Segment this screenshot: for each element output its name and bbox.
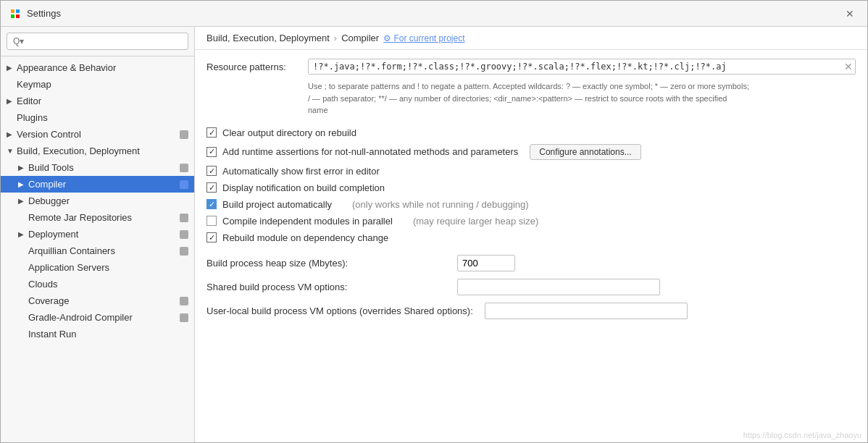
tree-arrow-vc: ▶ xyxy=(7,130,17,138)
breadcrumb-current: Compiler xyxy=(341,33,379,43)
checkbox-display-notification[interactable] xyxy=(206,182,217,193)
sidebar: ▶ Appearance & Behavior Keymap ▶ Editor … xyxy=(1,27,195,442)
breadcrumb-bar: Build, Execution, Deployment › Compiler … xyxy=(195,27,867,50)
options-section: Clear output directory on rebuild Add ru… xyxy=(206,125,856,245)
content-area: Resource patterns: ✕ Use ; to separate p… xyxy=(195,50,867,442)
svg-rect-0 xyxy=(11,9,14,13)
option-show-first-error: Automatically show first error in editor xyxy=(206,164,856,179)
sync-icon-vc xyxy=(180,130,188,139)
resource-hint-text: Use ; to separate patterns and ! to nega… xyxy=(308,80,856,117)
svg-rect-1 xyxy=(16,9,20,13)
sidebar-item-label-app-servers: Application Servers xyxy=(28,262,109,273)
hint-compile-parallel: (may require larger heap size) xyxy=(413,216,538,227)
sidebar-item-editor[interactable]: ▶ Editor xyxy=(1,93,194,109)
sidebar-item-label-keymap: Keymap xyxy=(17,79,51,90)
sidebar-item-clouds[interactable]: Clouds xyxy=(1,276,194,292)
title-bar: Settings ✕ xyxy=(1,1,867,27)
tree-arrow-instant-run xyxy=(18,330,28,338)
form-row-user-local-vm: User-local build process VM options (ove… xyxy=(206,299,856,323)
tree-arrow-build: ▼ xyxy=(7,147,17,155)
resource-input-clear-icon[interactable]: ✕ xyxy=(844,61,853,72)
tree-arrow-app-servers xyxy=(18,263,28,271)
sidebar-item-compiler[interactable]: ▶ Compiler xyxy=(1,176,194,193)
resource-patterns-input[interactable] xyxy=(309,59,855,74)
checkbox-clear-output[interactable] xyxy=(206,127,217,138)
user-local-vm-input[interactable] xyxy=(485,303,688,319)
tree-arrow-build-tools: ▶ xyxy=(18,164,28,172)
sidebar-item-label-instant-run: Instant Run xyxy=(28,329,77,339)
close-button[interactable]: ✕ xyxy=(841,7,859,21)
sidebar-item-debugger[interactable]: ▶ Debugger xyxy=(1,193,194,209)
tree-arrow-appearance: ▶ xyxy=(7,64,17,72)
sidebar-item-label-compiler: Compiler xyxy=(28,179,66,190)
tree-arrow-clouds xyxy=(18,280,28,288)
checkbox-add-assertions[interactable] xyxy=(206,147,217,157)
sidebar-item-remote-jar[interactable]: Remote Jar Repositories xyxy=(1,209,194,226)
resource-patterns-label: Resource patterns: xyxy=(206,59,308,72)
checkbox-build-automatically[interactable] xyxy=(206,199,217,209)
heap-size-input[interactable] xyxy=(457,255,515,271)
sidebar-item-label-appearance: Appearance & Behavior xyxy=(17,62,116,73)
sidebar-item-build-tools[interactable]: ▶ Build Tools xyxy=(1,159,194,176)
tree-arrow-editor: ▶ xyxy=(7,97,17,105)
sidebar-item-plugins[interactable]: Plugins xyxy=(1,109,194,126)
breadcrumb-parent: Build, Execution, Deployment xyxy=(206,33,330,43)
form-row-heap-size: Build process heap size (Mbytes): xyxy=(206,251,856,275)
sidebar-item-build-execution[interactable]: ▼ Build, Execution, Deployment xyxy=(1,143,194,159)
tree-arrow-gradle-android xyxy=(18,313,28,321)
option-display-notification: Display notification on build completion xyxy=(206,180,856,195)
watermark: https://blog.csdn.net/java_zhaoyu xyxy=(743,431,861,439)
label-add-assertions: Add runtime assertions for not-null-anno… xyxy=(222,146,518,157)
sidebar-item-label-plugins: Plugins xyxy=(17,112,48,123)
configure-annotations-button[interactable]: Configure annotations... xyxy=(530,144,640,160)
label-compile-parallel: Compile independent modules in parallel xyxy=(222,216,393,227)
sync-icon-build-tools xyxy=(180,164,188,172)
sidebar-item-label-arquillian: Arquillian Containers xyxy=(28,245,115,256)
sync-icon-coverage xyxy=(180,297,188,305)
option-rebuild-dependency: Rebuild module on dependency change xyxy=(206,230,856,245)
tree-arrow-coverage xyxy=(18,297,28,305)
sync-icon-gradle-android xyxy=(180,313,188,322)
hint-line2: / — path separator; **/ — any number of … xyxy=(308,94,727,103)
sidebar-item-keymap[interactable]: Keymap xyxy=(1,76,194,93)
shared-vm-input[interactable] xyxy=(457,279,660,295)
sidebar-item-label-vc: Version Control xyxy=(17,129,81,140)
search-input[interactable] xyxy=(7,33,188,50)
settings-app-icon xyxy=(9,8,21,20)
settings-window: Settings ✕ ▶ Appearance & Behavior Keyma… xyxy=(0,0,868,443)
label-build-automatically: Build project automatically xyxy=(222,199,332,210)
breadcrumb-project-link[interactable]: ⚙ For current project xyxy=(383,33,464,43)
label-clear-output: Clear output directory on rebuild xyxy=(222,127,356,138)
sidebar-item-gradle-android[interactable]: Gradle-Android Compiler xyxy=(1,309,194,326)
checkbox-compile-parallel[interactable] xyxy=(206,216,217,226)
sidebar-item-deployment[interactable]: ▶ Deployment xyxy=(1,226,194,242)
option-clear-output: Clear output directory on rebuild xyxy=(206,125,856,140)
tree-arrow-deployment: ▶ xyxy=(18,230,28,238)
sidebar-item-label-deployment: Deployment xyxy=(28,229,78,240)
sidebar-item-appearance[interactable]: ▶ Appearance & Behavior xyxy=(1,59,194,76)
sidebar-tree: ▶ Appearance & Behavior Keymap ▶ Editor … xyxy=(1,56,194,345)
sync-icon-compiler xyxy=(180,180,188,189)
shared-vm-label: Shared build process VM options: xyxy=(206,282,446,292)
sidebar-item-instant-run[interactable]: Instant Run xyxy=(1,326,194,342)
title-bar-left: Settings xyxy=(9,8,61,20)
sidebar-item-label-debugger: Debugger xyxy=(28,195,70,206)
label-display-notification: Display notification on build completion xyxy=(222,182,385,193)
tree-arrow-remote-jar xyxy=(18,214,28,222)
sidebar-item-version-control[interactable]: ▶ Version Control xyxy=(1,126,194,143)
label-rebuild-dependency: Rebuild module on dependency change xyxy=(222,232,388,243)
sidebar-item-arquillian[interactable]: Arquillian Containers xyxy=(1,242,194,259)
main-content: ▶ Appearance & Behavior Keymap ▶ Editor … xyxy=(1,27,867,442)
checkbox-show-first-error[interactable] xyxy=(206,166,217,176)
svg-rect-2 xyxy=(11,14,14,18)
option-compile-parallel: Compile independent modules in parallel … xyxy=(206,214,856,229)
sidebar-item-coverage[interactable]: Coverage xyxy=(1,292,194,309)
tree-arrow-keymap xyxy=(7,80,17,88)
sidebar-item-label-gradle-android: Gradle-Android Compiler xyxy=(28,312,133,323)
label-show-first-error: Automatically show first error in editor xyxy=(222,166,380,177)
checkbox-rebuild-dependency[interactable] xyxy=(206,232,217,242)
svg-rect-3 xyxy=(16,14,20,18)
tree-arrow-plugins xyxy=(7,114,17,122)
sidebar-item-app-servers[interactable]: Application Servers xyxy=(1,259,194,276)
tree-arrow-debugger: ▶ xyxy=(18,197,28,205)
